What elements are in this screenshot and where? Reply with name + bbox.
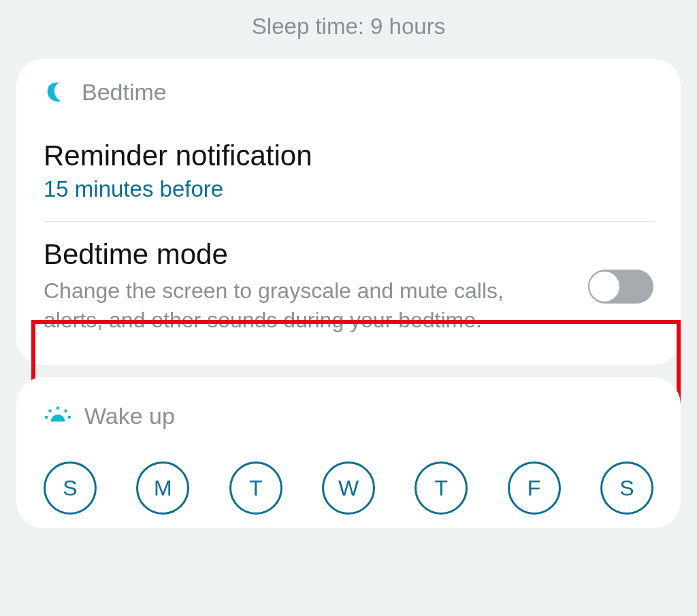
reminder-value: 15 minutes before: [44, 176, 653, 202]
day-thursday[interactable]: T: [415, 461, 468, 515]
bedtime-mode-title: Bedtime mode: [44, 238, 572, 271]
bedtime-card-header: Bedtime: [44, 79, 653, 106]
reminder-title: Reminder notification: [44, 140, 653, 172]
day-friday[interactable]: F: [508, 461, 561, 515]
svg-point-6: [67, 416, 71, 419]
bedtime-card: Bedtime Reminder notification 15 minutes…: [16, 59, 681, 365]
bedtime-mode-toggle[interactable]: [588, 270, 653, 304]
toggle-knob: [588, 270, 621, 303]
svg-point-3: [48, 410, 52, 413]
day-tuesday[interactable]: T: [229, 461, 282, 515]
moon-icon: [44, 80, 69, 106]
day-monday[interactable]: M: [136, 461, 189, 515]
bedtime-title: Bedtime: [82, 79, 167, 106]
wakeup-card-header: Wake up: [44, 402, 653, 430]
svg-point-5: [45, 416, 48, 419]
wakeup-card: Wake up S M T W T F S: [16, 377, 681, 528]
svg-rect-1: [44, 422, 72, 431]
sleep-time-label: Sleep time: 9 hours: [0, 0, 697, 46]
reminder-notification-row[interactable]: Reminder notification 15 minutes before: [44, 137, 653, 221]
bedtime-mode-row[interactable]: Bedtime mode Change the screen to graysc…: [44, 222, 653, 351]
sunrise-icon: [44, 402, 72, 430]
svg-point-4: [64, 410, 67, 413]
day-sunday[interactable]: S: [44, 461, 97, 515]
svg-point-2: [56, 407, 60, 410]
bedtime-mode-description: Change the screen to grayscale and mute …: [44, 276, 547, 335]
days-row: S M T W T F S: [44, 451, 653, 515]
day-saturday[interactable]: S: [600, 461, 653, 515]
day-wednesday[interactable]: W: [322, 461, 375, 515]
wakeup-title: Wake up: [84, 403, 175, 429]
